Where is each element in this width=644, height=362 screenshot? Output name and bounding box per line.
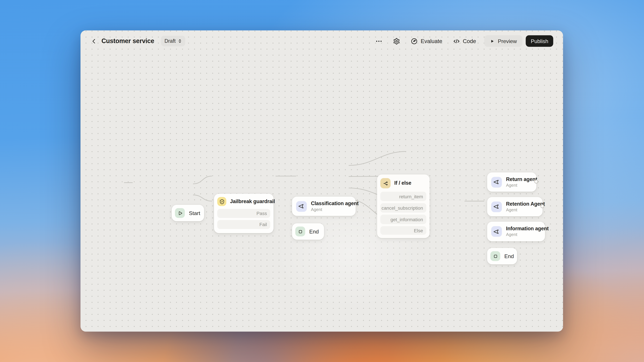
stop-icon	[490, 251, 500, 261]
shield-check-icon	[217, 197, 226, 206]
node-title: If / else	[394, 180, 412, 186]
cursor-icon	[491, 226, 502, 237]
branch-return-item[interactable]: return_item	[380, 192, 426, 201]
node-start[interactable]: Start	[172, 205, 204, 221]
node-if-else[interactable]: If / else return_item cancel_subscriptio…	[377, 174, 430, 238]
node-title: Jailbreak guardrail	[230, 198, 275, 205]
output-fail[interactable]: Fail	[217, 220, 270, 229]
node-jailbreak-guardrail[interactable]: Jailbreak guardrail Pass Fail	[214, 194, 274, 233]
desktop: Customer service Draft Evaluate Code	[0, 0, 644, 362]
node-label: End	[504, 253, 514, 259]
output-port[interactable]	[534, 180, 538, 184]
node-label: Start	[189, 210, 200, 216]
node-subtitle: Agent	[506, 232, 548, 237]
node-title: Information agent	[506, 226, 548, 232]
node-subtitle: Agent	[506, 207, 545, 213]
node-title: Classification agent	[311, 200, 358, 207]
output-port[interactable]	[540, 204, 544, 208]
workflow-canvas[interactable]: Start Jailbreak guardrail Pass Fail	[80, 30, 563, 332]
agent-builder-window: Customer service Draft Evaluate Code	[80, 30, 563, 332]
cursor-icon	[491, 177, 502, 187]
branch-icon	[380, 178, 390, 188]
play-icon	[175, 208, 185, 218]
node-end-top[interactable]: End	[292, 223, 324, 240]
branch-cancel-subscription[interactable]: cancel_subscription	[380, 203, 426, 213]
node-information-agent[interactable]: Information agent Agent	[487, 222, 545, 241]
cursor-icon	[491, 201, 502, 212]
node-title: Retention Agent	[506, 201, 545, 207]
node-retention-agent[interactable]: Retention Agent Agent	[487, 197, 542, 216]
node-subtitle: Agent	[311, 207, 358, 212]
node-return-agent[interactable]: Return agent Agent	[487, 172, 536, 192]
output-pass[interactable]: Pass	[217, 209, 270, 218]
node-label: End	[309, 228, 319, 235]
cursor-icon	[296, 201, 307, 212]
node-subtitle: Agent	[506, 183, 537, 188]
node-classification-agent[interactable]: Classification agent Agent	[292, 197, 356, 216]
edge-jailbreak-pass-to-classification	[193, 176, 212, 184]
node-title: Return agent	[506, 176, 537, 183]
node-end-bottom[interactable]: End	[487, 248, 517, 264]
branch-else[interactable]: Else	[380, 226, 426, 235]
edge-return-item-to-return-agent	[349, 151, 406, 165]
stop-icon	[295, 227, 305, 237]
edge-jailbreak-fail-to-end	[193, 195, 212, 201]
branch-get-information[interactable]: get_information	[380, 215, 426, 224]
